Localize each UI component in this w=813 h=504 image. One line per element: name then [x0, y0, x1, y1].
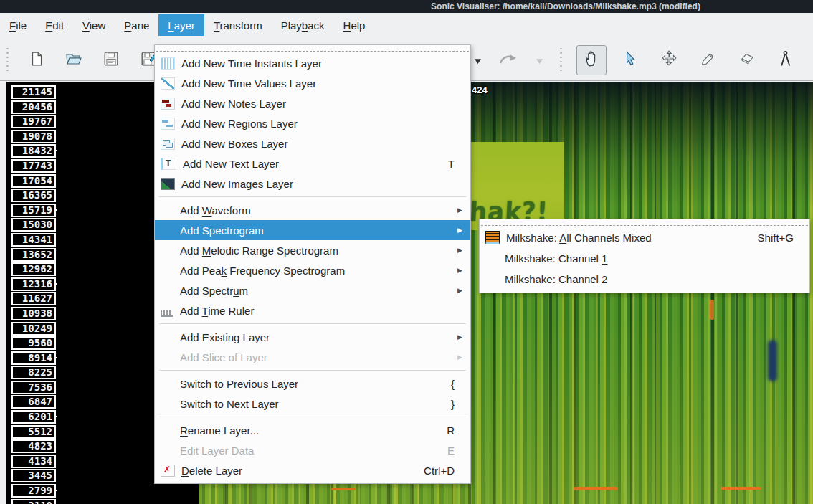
frequency-label: 9560 — [11, 336, 56, 350]
menu-item[interactable]: Add Waveform ▶ — [155, 200, 470, 220]
menu-item[interactable]: Add Melodic Range Spectrogram ▶ — [155, 240, 470, 260]
menubar-item[interactable]: Layer — [158, 14, 204, 36]
frequency-label: 3445 — [11, 469, 56, 482]
menu-item-label: Add New Text Layer — [183, 158, 435, 170]
menu-item[interactable]: Add New Regions Layer ▶ — [155, 113, 470, 133]
menu-tearoff-handle[interactable] — [481, 220, 808, 226]
toolbar-drag-handle[interactable] — [559, 47, 564, 74]
undo-dropdown-button[interactable] — [470, 45, 485, 75]
window-title: Sonic Visualiser: /home/kali/Downloads/M… — [431, 1, 700, 11]
menu-item-label: Add New Boxes Layer — [181, 138, 442, 150]
menu-item-label: Add New Time Instants Layer — [181, 57, 442, 70]
menu-item-shortcut: } — [451, 398, 455, 410]
new-file-icon — [29, 51, 44, 70]
frequency-label: 17743 — [11, 159, 56, 173]
navigate-tool-button[interactable] — [576, 45, 607, 75]
new-session-button[interactable] — [22, 45, 52, 75]
menu-item[interactable]: Rename Layer... R ▶ — [155, 420, 470, 440]
menu-item-label: Edit Layer Data — [180, 444, 434, 457]
menu-item[interactable]: Edit Layer Data E ▶ — [155, 440, 470, 460]
cursor-arrow-icon — [624, 51, 637, 70]
menu-item-icon — [161, 379, 173, 389]
time-values-icon — [161, 77, 175, 90]
caret-down-icon — [475, 54, 481, 67]
frequency-label: 18432 — [11, 144, 56, 158]
menu-item: ▶ — [159, 323, 466, 324]
delete-icon — [161, 465, 175, 477]
menubar-item[interactable]: Transform — [204, 14, 272, 36]
menu-item-label: Add Spectrogram — [180, 224, 434, 237]
menu-item-icon — [161, 285, 173, 296]
regions-icon — [161, 118, 175, 130]
menu-item[interactable]: Add New Text Layer T ▶ — [155, 153, 470, 173]
menu-item[interactable]: Switch to Next Layer } ▶ — [155, 394, 470, 414]
frequency-label: 4134 — [11, 455, 56, 468]
frequency-label: 8914 — [11, 351, 56, 365]
frequency-label: 20456 — [11, 100, 56, 114]
submenu-item[interactable]: Milkshake: Channel 2 ▶ — [480, 269, 809, 290]
menu-item-icon — [485, 274, 498, 285]
menubar-item[interactable]: File — [0, 14, 36, 36]
draw-tool-button[interactable] — [693, 45, 723, 75]
submenu-item[interactable]: Milkshake: Channel 1 ▶ — [480, 248, 809, 269]
frequency-label: 2799 — [11, 484, 56, 498]
menu-item-label: Add Peak Frequency Spectrogram — [180, 265, 434, 277]
menu-item-icon — [161, 352, 173, 363]
menubar-item[interactable]: Edit — [36, 14, 73, 36]
submenu-item[interactable]: Milkshake: All Channels Mixed Shift+G ▶ — [480, 227, 809, 248]
menu-tearoff-handle[interactable] — [156, 46, 469, 52]
open-file-button[interactable] — [59, 45, 89, 75]
submenu-item-label: Milkshake: Channel 2 — [505, 273, 781, 285]
menu-item[interactable]: Add New Boxes Layer ▶ — [155, 133, 470, 153]
frequency-label: 17054 — [11, 174, 56, 188]
frequency-label: 12316 — [11, 277, 56, 291]
menu-item[interactable]: Delete Layer Ctrl+D ▶ — [155, 460, 470, 480]
menubar-item-label: Playback — [281, 19, 325, 32]
spectrogram-orange-streak — [574, 487, 618, 490]
menu-item[interactable]: Switch to Previous Layer { ▶ — [155, 374, 470, 394]
measure-compass-icon — [779, 50, 792, 70]
edit-move-tool-button[interactable] — [654, 45, 684, 75]
menu-item[interactable]: Add Time Ruler ▶ — [155, 300, 470, 320]
frequency-label: 15719 — [11, 204, 56, 217]
measure-tool-button[interactable] — [770, 45, 800, 75]
menubar-item[interactable]: Playback — [272, 14, 334, 36]
menu-item-icon — [161, 425, 173, 436]
menubar-item-label: Transform — [214, 19, 262, 32]
frequency-label: 11627 — [11, 292, 56, 305]
menu-item-shortcut: Ctrl+D — [424, 465, 455, 477]
menubar-item[interactable]: Help — [334, 14, 375, 36]
menu-item[interactable]: Add Peak Frequency Spectrogram ▶ — [155, 260, 470, 280]
menu-item: ▶ — [159, 370, 466, 371]
eraser-icon — [737, 52, 756, 68]
menu-item-label: Add Slice of Layer — [180, 351, 434, 363]
select-tool-button[interactable] — [615, 45, 645, 75]
add-spectrogram-submenu: Milkshake: All Channels Mixed Shift+G ▶ … — [479, 219, 810, 293]
menu-item-icon — [161, 399, 173, 409]
menubar-item-label: File — [9, 19, 27, 32]
menu-item-shortcut: R — [447, 424, 455, 437]
menubar-item[interactable]: Pane — [115, 14, 158, 36]
redo-button — [493, 45, 523, 75]
menu-item[interactable]: Add New Time Instants Layer ▶ — [155, 53, 470, 73]
menu-item-label: Delete Layer — [181, 465, 411, 477]
submenu-arrow-icon: ▶ — [457, 207, 465, 214]
menu-item[interactable]: Add New Notes Layer ▶ — [155, 93, 470, 113]
time-ruler-icon — [161, 305, 173, 317]
frequency-label: 2110 — [11, 499, 56, 504]
menu-item[interactable]: Add Existing Layer ▶ — [155, 327, 470, 347]
submenu-arrow-icon: ▶ — [457, 334, 465, 341]
frequency-label: 21145 — [11, 85, 56, 99]
menu-item[interactable]: Add New Time Values Layer ▶ — [155, 73, 470, 93]
menubar-item[interactable]: View — [73, 14, 115, 36]
menu-item[interactable]: Add Spectrum ▶ — [155, 280, 470, 300]
erase-tool-button[interactable] — [731, 45, 761, 75]
menu-item[interactable]: Add Slice of Layer ▶ — [155, 347, 470, 367]
toolbar-drag-handle[interactable] — [6, 47, 10, 74]
menu-item-icon — [161, 245, 173, 256]
save-session-button[interactable] — [96, 45, 126, 75]
menu-item[interactable]: Add Spectrogram ▶ — [155, 220, 470, 240]
menu-item-icon — [161, 205, 173, 216]
menubar-item-label: Edit — [45, 19, 64, 32]
menu-item[interactable]: Add New Images Layer ▶ — [155, 173, 470, 194]
